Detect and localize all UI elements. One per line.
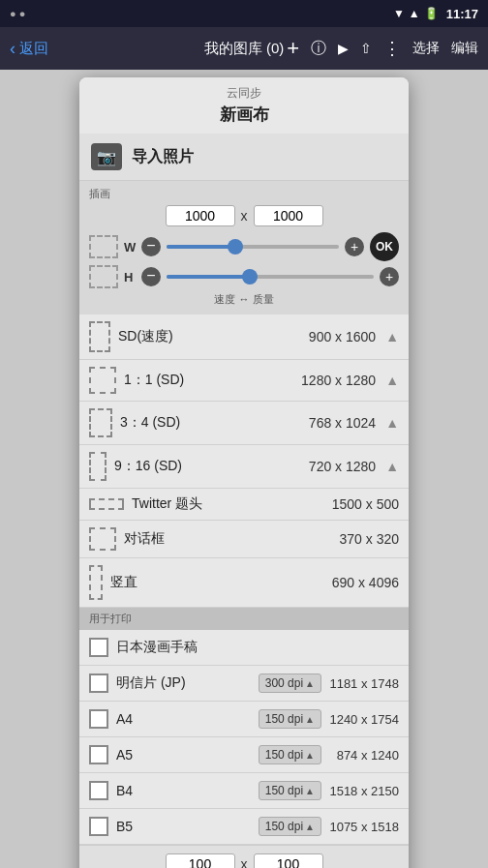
list-item[interactable]: B5 150 dpi ▲ 1075 x 1518: [79, 809, 409, 845]
more-button[interactable]: ⋮: [383, 38, 401, 59]
list-item[interactable]: 日本漫画手稿: [79, 630, 409, 666]
manga-checkbox[interactable]: [89, 638, 108, 657]
preset-thumb-3x4: [89, 408, 112, 437]
wifi-icon: ▼: [393, 7, 405, 20]
list-item[interactable]: 对话框 370 x 320: [79, 521, 409, 558]
b4-dpi-button[interactable]: 150 dpi ▲: [259, 781, 321, 800]
a5-checkbox[interactable]: [89, 745, 108, 764]
b5-size: 1075 x 1518: [329, 820, 399, 834]
size-inputs-row: x: [89, 205, 399, 226]
preset-size-9x16: 720 x 1280: [309, 459, 376, 474]
preset-arrow-3x4: ▲: [385, 415, 399, 431]
time-display: 11:17: [446, 7, 478, 21]
preset-thumb-vertical: [89, 565, 103, 600]
preset-size-twitter: 1500 x 500: [332, 496, 399, 512]
postcard-name: 明信片 (JP): [116, 674, 251, 692]
dialog-title: 新画布: [91, 104, 397, 126]
manga-name: 日本漫画手稿: [116, 639, 399, 656]
play-button[interactable]: ▶: [338, 41, 349, 56]
bottom-controls: x mm inch OK: [79, 845, 409, 868]
list-item[interactable]: 3：4 (SD) 768 x 1024 ▲: [79, 402, 409, 445]
print-section-label: 用于打印: [89, 613, 132, 624]
b4-checkbox[interactable]: [89, 781, 108, 800]
w-plus-button[interactable]: +: [345, 237, 364, 256]
a5-name: A5: [116, 747, 251, 763]
bottom-height-input[interactable]: [254, 853, 323, 868]
main-content: 云同步 新画布 📷 导入照片 插画 x W −: [0, 70, 488, 868]
print-list: 日本漫画手稿 明信片 (JP) 300 dpi ▲ 1181 x 1748 A4…: [79, 630, 409, 845]
select-button[interactable]: 选择: [412, 40, 440, 57]
a4-checkbox[interactable]: [89, 709, 108, 729]
preset-name-3x4: 3：4 (SD): [120, 414, 301, 432]
w-label: W: [124, 240, 136, 254]
a4-dpi-arrow: ▲: [305, 714, 315, 725]
speed-quality-label: 速度 ↔ 质量: [89, 292, 399, 307]
postcard-dpi-value: 300 dpi: [265, 676, 303, 690]
new-canvas-dialog: 云同步 新画布 📷 导入照片 插画 x W −: [79, 77, 409, 868]
dialog-header: 云同步 新画布: [79, 77, 409, 134]
info-button[interactable]: ⓘ: [311, 39, 326, 59]
print-section-divider: 用于打印: [79, 608, 409, 630]
h-minus-button[interactable]: −: [141, 267, 161, 286]
preset-name-9x16: 9：16 (SD): [114, 458, 301, 475]
b5-checkbox[interactable]: [89, 817, 108, 836]
width-input[interactable]: [166, 205, 235, 226]
size-x-separator: x: [241, 208, 248, 224]
list-item[interactable]: SD(速度) 900 x 1600 ▲: [79, 314, 409, 360]
a4-dpi-button[interactable]: 150 dpi ▲: [259, 709, 321, 729]
back-label[interactable]: 返回: [19, 40, 48, 58]
nav-actions: + ⓘ ▶ ⇧ ⋮ 选择 编辑: [287, 36, 478, 61]
edit-button[interactable]: 编辑: [451, 40, 478, 57]
w-slider-track[interactable]: [167, 245, 339, 249]
preset-size-vertical: 690 x 4096: [332, 575, 399, 590]
preset-name-dialog: 对话框: [124, 530, 332, 548]
w-minus-button[interactable]: −: [141, 237, 161, 256]
sync-label: 云同步: [91, 85, 397, 102]
preset-size-dialog: 370 x 320: [340, 531, 400, 547]
a4-name: A4: [116, 711, 251, 727]
list-item[interactable]: A4 150 dpi ▲ 1240 x 1754: [79, 702, 409, 737]
camera-icon: 📷: [91, 143, 122, 170]
top-nav: ‹ 返回 我的图库 (0) + ⓘ ▶ ⇧ ⋮ 选择 编辑: [0, 27, 488, 70]
add-button[interactable]: +: [287, 36, 299, 61]
h-slider-track[interactable]: [167, 275, 374, 279]
bottom-size-x: x: [241, 856, 248, 868]
h-label: H: [124, 270, 136, 284]
b4-size: 1518 x 2150: [329, 784, 399, 798]
preset-size-sd: 900 x 1600: [309, 329, 376, 344]
postcard-checkbox[interactable]: [89, 673, 108, 693]
canvas-section: 插画 x W − + OK: [79, 181, 409, 314]
back-button[interactable]: ‹ 返回: [10, 39, 48, 59]
preset-arrow-9x16: ▲: [385, 459, 399, 474]
import-section[interactable]: 📷 导入照片: [79, 134, 409, 181]
list-item[interactable]: 明信片 (JP) 300 dpi ▲ 1181 x 1748: [79, 666, 409, 702]
list-item[interactable]: 竖直 690 x 4096: [79, 558, 409, 608]
w-thumb-preview: [89, 235, 118, 258]
b5-dpi-arrow: ▲: [305, 822, 315, 832]
list-item[interactable]: 9：16 (SD) 720 x 1280 ▲: [79, 445, 409, 489]
list-item[interactable]: Twitter 题头 1500 x 500: [79, 489, 409, 521]
bottom-size-row: x: [89, 853, 399, 868]
bottom-width-input[interactable]: [166, 853, 235, 868]
b5-name: B5: [116, 819, 251, 834]
list-item[interactable]: B4 150 dpi ▲ 1518 x 2150: [79, 773, 409, 809]
b4-dpi-value: 150 dpi: [265, 784, 303, 797]
postcard-dpi-button[interactable]: 300 dpi ▲: [259, 673, 321, 693]
preset-name-vertical: 竖直: [110, 574, 324, 591]
postcard-size: 1181 x 1748: [329, 676, 399, 691]
list-item[interactable]: A5 150 dpi ▲ 874 x 1240: [79, 737, 409, 773]
preset-arrow-sd: ▲: [385, 329, 399, 344]
list-item[interactable]: 1：1 (SD) 1280 x 1280 ▲: [79, 360, 409, 402]
a5-dpi-button[interactable]: 150 dpi ▲: [259, 745, 321, 764]
share-button[interactable]: ⇧: [360, 41, 372, 56]
ok-button-1[interactable]: OK: [370, 232, 399, 261]
h-slider-row: H − +: [89, 265, 399, 288]
height-input[interactable]: [254, 205, 323, 226]
b5-dpi-button[interactable]: 150 dpi ▲: [259, 817, 321, 836]
import-label: 导入照片: [132, 147, 194, 167]
h-plus-button[interactable]: +: [380, 267, 399, 286]
a4-dpi-value: 150 dpi: [265, 712, 303, 726]
preset-thumb-9x16: [89, 452, 107, 481]
b4-dpi-arrow: ▲: [305, 786, 315, 796]
preset-thumb-twitter: [89, 498, 124, 510]
